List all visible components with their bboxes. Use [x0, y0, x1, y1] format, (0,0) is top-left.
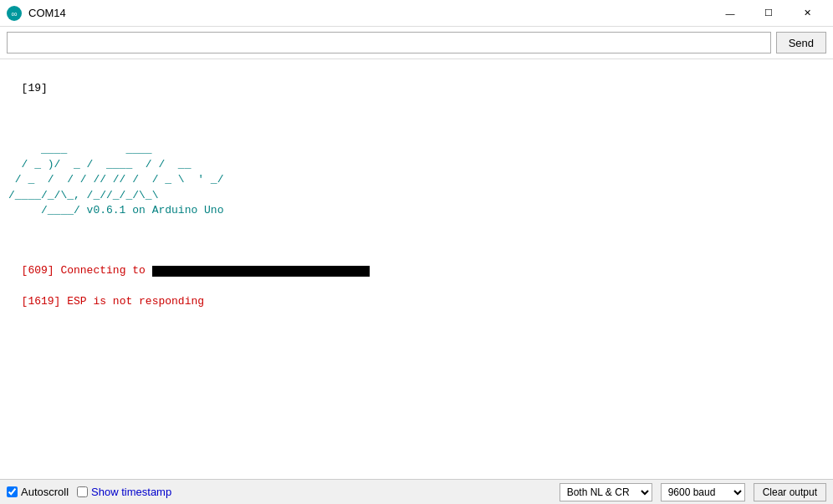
baud-rate-select[interactable]: 300 baud 1200 baud 2400 baud 4800 baud 9…	[661, 483, 745, 501]
esp-line: [1619] ESP is not responding	[22, 295, 204, 308]
svg-text:∞: ∞	[11, 9, 17, 18]
show-timestamp-checkbox[interactable]	[77, 486, 88, 497]
close-button[interactable]: ✕	[788, 0, 826, 27]
window-controls: — ☐ ✕	[711, 0, 826, 27]
line-ending-select[interactable]: No line ending Newline Carriage return B…	[560, 483, 652, 501]
show-timestamp-label[interactable]: Show timestamp	[77, 486, 171, 498]
input-row: Send	[0, 27, 833, 59]
send-button[interactable]: Send	[776, 32, 826, 53]
output-area: [19] ____ ____ / _ )/ _ / ____ / / __ / …	[0, 59, 833, 479]
status-bar: Autoscroll Show timestamp No line ending…	[0, 479, 833, 504]
title-bar: ∞ COM14 — ☐ ✕	[0, 0, 833, 27]
line-number-19: [19]	[22, 82, 48, 94]
show-timestamp-text: Show timestamp	[91, 486, 171, 498]
uno-text: Uno	[204, 204, 223, 216]
maximize-button[interactable]: ☐	[749, 0, 788, 27]
serial-input[interactable]	[7, 32, 771, 53]
autoscroll-checkbox[interactable]	[7, 486, 18, 497]
connecting-line: [609] Connecting to	[22, 264, 370, 277]
ascii-art-logo: ____ ____ / _ )/ _ / ____ / / __ / _ / /…	[8, 143, 223, 216]
autoscroll-text: Autoscroll	[21, 486, 69, 498]
arduino-icon: ∞	[7, 6, 22, 21]
window-title: COM14	[28, 7, 711, 19]
autoscroll-label[interactable]: Autoscroll	[7, 486, 69, 498]
redacted-ssid	[152, 266, 370, 277]
minimize-button[interactable]: —	[711, 0, 749, 27]
clear-output-button[interactable]: Clear output	[754, 483, 826, 501]
